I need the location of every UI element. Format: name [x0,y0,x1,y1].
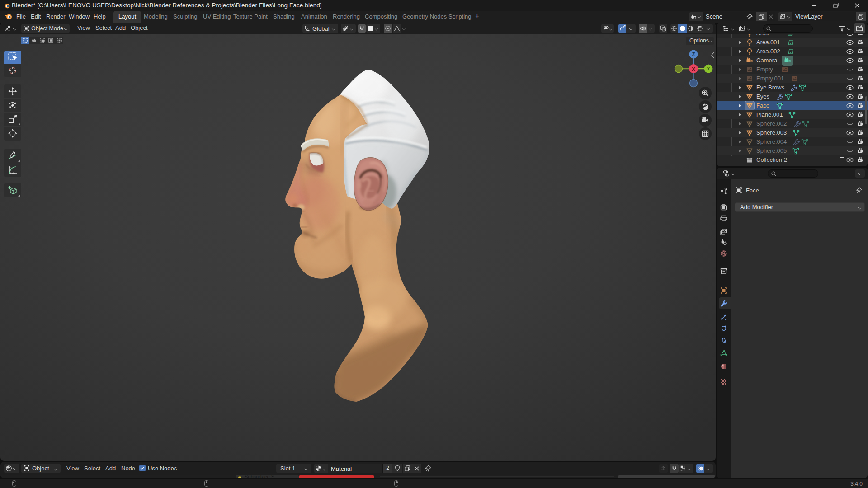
svg-text:Y: Y [707,66,710,71]
svg-text:Z: Z [692,52,695,57]
svg-text:X: X [692,66,695,72]
